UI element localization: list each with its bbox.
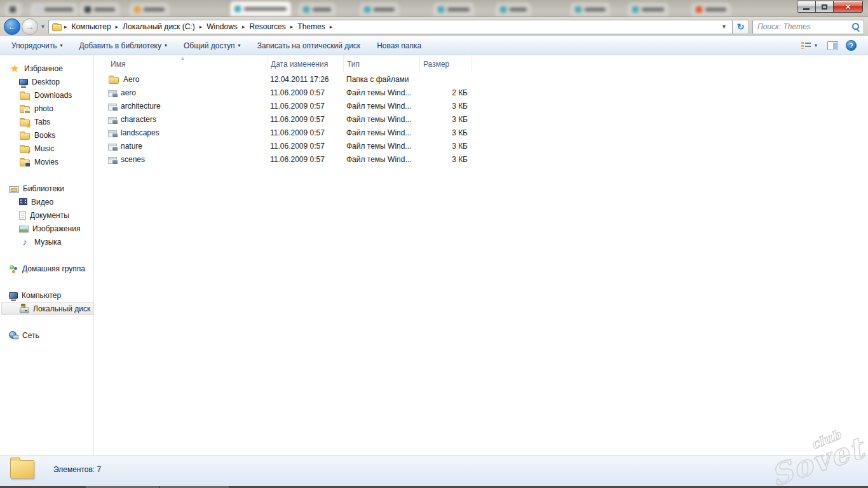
sidebar-section-header[interactable]: Домашняя группа <box>0 262 93 275</box>
sidebar-section-header[interactable]: Избранное <box>0 62 93 75</box>
sidebar-section: ИзбранноеDesktopDownloadsphotoTabsBooksM… <box>0 62 93 168</box>
browser-tab[interactable] <box>691 3 731 17</box>
forward-arrow-icon: → <box>25 22 34 32</box>
browser-tab[interactable] <box>433 3 474 17</box>
browser-tab[interactable] <box>571 3 610 17</box>
views-icon <box>801 41 811 50</box>
search-input[interactable] <box>756 22 851 32</box>
recent-pages-dropdown[interactable]: ▼ <box>38 24 48 30</box>
sidebar-item-label: Books <box>34 131 55 140</box>
breadcrumb-segment[interactable]: Локальный диск (C:) <box>119 21 198 32</box>
file-row[interactable]: architecture11.06.2009 0:57Файл темы Win… <box>94 99 868 112</box>
browser-tab[interactable] <box>496 3 531 17</box>
browser-tab[interactable] <box>230 1 291 17</box>
help-button[interactable]: ? <box>846 40 857 51</box>
file-list-pane: Имя Дата изменения Тип Размер ▲ Aero12.0… <box>94 55 868 455</box>
preview-pane-button[interactable] <box>827 41 838 50</box>
file-name-cell: nature <box>94 142 267 151</box>
browser-tab[interactable] <box>80 3 119 17</box>
toolbar-button[interactable]: Упорядочить▾ <box>5 39 69 53</box>
breadcrumb-arrow-icon[interactable]: ▸ <box>329 24 334 30</box>
sidebar-section-header[interactable]: Сеть <box>0 329 93 342</box>
sidebar-section-label: Избранное <box>24 64 63 73</box>
file-row[interactable]: nature11.06.2009 0:57Файл темы Wind...3 … <box>94 139 868 152</box>
file-size-cell: 2 КБ <box>419 88 471 97</box>
toolbar-button[interactable]: Новая папка <box>370 39 428 53</box>
toolbar-button-label: Упорядочить <box>11 41 57 50</box>
back-button[interactable]: ← <box>4 18 20 35</box>
close-button[interactable]: × <box>833 1 863 13</box>
sidebar: ИзбранноеDesktopDownloadsphotoTabsBooksM… <box>0 55 94 455</box>
sidebar-item[interactable]: Локальный диск (C:) <box>1 302 93 315</box>
star-icon <box>9 64 20 74</box>
browser-tab[interactable] <box>628 3 668 17</box>
restore-button[interactable] <box>815 1 834 13</box>
search-icon[interactable] <box>851 22 860 31</box>
file-row[interactable]: Aero12.04.2011 17:26Папка с файлами <box>94 72 868 86</box>
change-view-button[interactable]: ▾ <box>799 39 820 51</box>
tab-favicon <box>303 6 309 13</box>
sidebar-item[interactable]: photo <box>0 102 93 115</box>
library-icon <box>9 186 19 193</box>
sidebar-item[interactable]: Books <box>0 128 93 142</box>
sidebar-section-header[interactable]: Компьютер <box>0 288 93 302</box>
browser-tab[interactable] <box>130 3 169 17</box>
browser-tab[interactable] <box>360 3 399 17</box>
file-row[interactable]: scenes11.06.2009 0:57Файл темы Wind...3 … <box>94 152 868 166</box>
disk-icon <box>20 308 29 313</box>
toolbar-button[interactable]: Записать на оптический диск <box>251 39 367 53</box>
breadcrumb: ▸Компьютер▸Локальный диск (C:)▸Windows▸R… <box>63 21 334 32</box>
current-folder-icon <box>10 460 34 478</box>
sidebar-item[interactable]: Movies <box>0 155 93 168</box>
chevron-down-icon: ▾ <box>238 43 241 48</box>
browser-tab[interactable] <box>299 3 336 17</box>
breadcrumb-arrow-icon[interactable]: ▸ <box>289 24 295 30</box>
toolbar-button[interactable]: Добавить в библиотеку▾ <box>72 39 173 53</box>
file-row[interactable]: landscapes11.06.2009 0:57Файл темы Wind.… <box>94 126 868 139</box>
forward-button[interactable]: → <box>22 18 38 35</box>
sidebar-item[interactable]: Downloads <box>0 88 93 102</box>
breadcrumb-segment[interactable]: Resources <box>246 21 288 32</box>
sidebar-item[interactable]: Music <box>0 142 93 155</box>
sidebar-item[interactable]: Видео <box>0 195 93 208</box>
sidebar-item[interactable]: Desktop <box>0 75 93 88</box>
browser-tab[interactable] <box>5 3 22 17</box>
toolbar-button[interactable]: Общий доступ▾ <box>177 39 247 53</box>
tab-label-blur <box>374 8 395 11</box>
tab-favicon <box>632 6 639 13</box>
breadcrumb-segment[interactable]: Компьютер <box>68 21 114 32</box>
sidebar-section: БиблиотекиВидеоДокументыИзображенияМузык… <box>0 182 93 248</box>
refresh-icon: ↻ <box>737 22 745 32</box>
sidebar-item[interactable]: Tabs <box>0 115 93 128</box>
column-header-date[interactable]: Дата изменения <box>267 55 343 72</box>
tab-label-blur <box>642 8 664 11</box>
theme-icon <box>108 144 117 151</box>
column-header-type[interactable]: Тип <box>343 55 419 72</box>
file-date-cell: 11.06.2009 0:57 <box>267 155 343 164</box>
breadcrumb-arrow-icon[interactable]: ▸ <box>198 24 204 30</box>
file-row[interactable]: aero11.06.2009 0:57Файл темы Wind...2 КБ <box>94 86 868 99</box>
address-box[interactable]: ▸Компьютер▸Локальный диск (C:)▸Windows▸R… <box>48 20 733 34</box>
sidebar-item[interactable]: Изображения <box>0 222 93 235</box>
sidebar-item[interactable]: Документы <box>0 208 93 222</box>
minimize-button[interactable] <box>797 1 816 13</box>
refresh-button[interactable]: ↻ <box>733 20 749 34</box>
film-icon <box>19 198 27 205</box>
browser-tab[interactable] <box>31 3 78 17</box>
file-date-cell: 11.06.2009 0:57 <box>267 115 343 124</box>
sidebar-section-header[interactable]: Библиотеки <box>0 182 93 195</box>
sidebar-item-label: Видео <box>31 198 53 207</box>
breadcrumb-arrow-icon[interactable]: ▸ <box>241 24 247 30</box>
address-dropdown-icon[interactable]: ▼ <box>717 24 731 30</box>
sidebar-item[interactable]: Музыка <box>0 235 93 248</box>
breadcrumb-segment[interactable]: Windows <box>203 21 241 32</box>
back-arrow-icon: ← <box>8 22 17 32</box>
address-bar-row: ← → ▼ ▸Компьютер▸Локальный диск (C:)▸Win… <box>0 17 868 36</box>
folder-music-icon <box>20 146 30 153</box>
column-header-size[interactable]: Размер <box>419 55 471 72</box>
breadcrumb-segment[interactable]: Themes <box>294 21 328 32</box>
file-row[interactable]: characters11.06.2009 0:57Файл темы Wind.… <box>94 112 868 126</box>
breadcrumb-arrow-icon[interactable]: ▸ <box>63 24 69 30</box>
breadcrumb-arrow-icon[interactable]: ▸ <box>114 24 120 30</box>
tab-favicon <box>364 6 370 13</box>
